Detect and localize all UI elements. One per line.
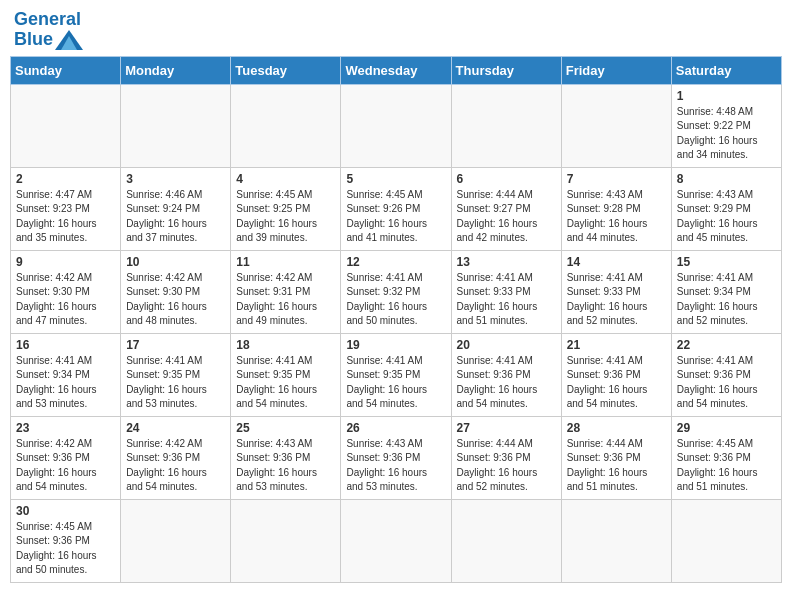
day-info: Sunrise: 4:44 AM Sunset: 9:36 PM Dayligh… <box>567 437 666 495</box>
day-number: 1 <box>677 89 776 103</box>
calendar-day-cell: 14Sunrise: 4:41 AM Sunset: 9:33 PM Dayli… <box>561 250 671 333</box>
day-number: 8 <box>677 172 776 186</box>
calendar-day-cell <box>341 499 451 582</box>
day-info: Sunrise: 4:41 AM Sunset: 9:36 PM Dayligh… <box>567 354 666 412</box>
day-info: Sunrise: 4:45 AM Sunset: 9:26 PM Dayligh… <box>346 188 445 246</box>
calendar-day-cell <box>121 499 231 582</box>
calendar-day-cell: 3Sunrise: 4:46 AM Sunset: 9:24 PM Daylig… <box>121 167 231 250</box>
calendar-day-cell: 16Sunrise: 4:41 AM Sunset: 9:34 PM Dayli… <box>11 333 121 416</box>
day-info: Sunrise: 4:43 AM Sunset: 9:29 PM Dayligh… <box>677 188 776 246</box>
calendar-day-cell: 23Sunrise: 4:42 AM Sunset: 9:36 PM Dayli… <box>11 416 121 499</box>
calendar-day-cell <box>231 84 341 167</box>
day-info: Sunrise: 4:43 AM Sunset: 9:28 PM Dayligh… <box>567 188 666 246</box>
calendar-day-cell <box>561 499 671 582</box>
day-number: 15 <box>677 255 776 269</box>
day-number: 22 <box>677 338 776 352</box>
calendar-day-cell: 21Sunrise: 4:41 AM Sunset: 9:36 PM Dayli… <box>561 333 671 416</box>
day-info: Sunrise: 4:41 AM Sunset: 9:35 PM Dayligh… <box>346 354 445 412</box>
day-number: 12 <box>346 255 445 269</box>
day-info: Sunrise: 4:41 AM Sunset: 9:34 PM Dayligh… <box>677 271 776 329</box>
calendar-header-row: SundayMondayTuesdayWednesdayThursdayFrid… <box>11 56 782 84</box>
day-info: Sunrise: 4:47 AM Sunset: 9:23 PM Dayligh… <box>16 188 115 246</box>
calendar-day-cell: 25Sunrise: 4:43 AM Sunset: 9:36 PM Dayli… <box>231 416 341 499</box>
calendar-day-cell: 15Sunrise: 4:41 AM Sunset: 9:34 PM Dayli… <box>671 250 781 333</box>
day-number: 23 <box>16 421 115 435</box>
day-info: Sunrise: 4:41 AM Sunset: 9:36 PM Dayligh… <box>677 354 776 412</box>
day-number: 6 <box>457 172 556 186</box>
day-number: 25 <box>236 421 335 435</box>
calendar-day-cell: 30Sunrise: 4:45 AM Sunset: 9:36 PM Dayli… <box>11 499 121 582</box>
day-info: Sunrise: 4:42 AM Sunset: 9:36 PM Dayligh… <box>126 437 225 495</box>
calendar-day-cell: 18Sunrise: 4:41 AM Sunset: 9:35 PM Dayli… <box>231 333 341 416</box>
day-number: 24 <box>126 421 225 435</box>
weekday-header: Friday <box>561 56 671 84</box>
day-info: Sunrise: 4:43 AM Sunset: 9:36 PM Dayligh… <box>236 437 335 495</box>
day-number: 21 <box>567 338 666 352</box>
day-info: Sunrise: 4:42 AM Sunset: 9:36 PM Dayligh… <box>16 437 115 495</box>
calendar-week-row: 1Sunrise: 4:48 AM Sunset: 9:22 PM Daylig… <box>11 84 782 167</box>
calendar-day-cell <box>121 84 231 167</box>
logo-text: General <box>14 10 83 30</box>
calendar-week-row: 23Sunrise: 4:42 AM Sunset: 9:36 PM Dayli… <box>11 416 782 499</box>
day-number: 10 <box>126 255 225 269</box>
day-info: Sunrise: 4:41 AM Sunset: 9:33 PM Dayligh… <box>567 271 666 329</box>
logo-general: General <box>14 9 81 29</box>
calendar-day-cell <box>451 84 561 167</box>
day-info: Sunrise: 4:42 AM Sunset: 9:30 PM Dayligh… <box>16 271 115 329</box>
day-number: 4 <box>236 172 335 186</box>
calendar-day-cell: 11Sunrise: 4:42 AM Sunset: 9:31 PM Dayli… <box>231 250 341 333</box>
day-number: 2 <box>16 172 115 186</box>
day-info: Sunrise: 4:46 AM Sunset: 9:24 PM Dayligh… <box>126 188 225 246</box>
day-number: 18 <box>236 338 335 352</box>
day-number: 19 <box>346 338 445 352</box>
day-info: Sunrise: 4:41 AM Sunset: 9:36 PM Dayligh… <box>457 354 556 412</box>
day-number: 5 <box>346 172 445 186</box>
day-number: 16 <box>16 338 115 352</box>
day-number: 20 <box>457 338 556 352</box>
calendar-day-cell: 20Sunrise: 4:41 AM Sunset: 9:36 PM Dayli… <box>451 333 561 416</box>
calendar-day-cell: 1Sunrise: 4:48 AM Sunset: 9:22 PM Daylig… <box>671 84 781 167</box>
day-info: Sunrise: 4:43 AM Sunset: 9:36 PM Dayligh… <box>346 437 445 495</box>
calendar-day-cell <box>231 499 341 582</box>
calendar-day-cell: 7Sunrise: 4:43 AM Sunset: 9:28 PM Daylig… <box>561 167 671 250</box>
calendar-day-cell: 13Sunrise: 4:41 AM Sunset: 9:33 PM Dayli… <box>451 250 561 333</box>
day-number: 28 <box>567 421 666 435</box>
day-number: 26 <box>346 421 445 435</box>
day-number: 14 <box>567 255 666 269</box>
calendar-day-cell: 24Sunrise: 4:42 AM Sunset: 9:36 PM Dayli… <box>121 416 231 499</box>
calendar-week-row: 2Sunrise: 4:47 AM Sunset: 9:23 PM Daylig… <box>11 167 782 250</box>
day-info: Sunrise: 4:41 AM Sunset: 9:34 PM Dayligh… <box>16 354 115 412</box>
calendar-day-cell: 27Sunrise: 4:44 AM Sunset: 9:36 PM Dayli… <box>451 416 561 499</box>
day-number: 27 <box>457 421 556 435</box>
calendar-day-cell: 29Sunrise: 4:45 AM Sunset: 9:36 PM Dayli… <box>671 416 781 499</box>
calendar-day-cell: 17Sunrise: 4:41 AM Sunset: 9:35 PM Dayli… <box>121 333 231 416</box>
day-info: Sunrise: 4:42 AM Sunset: 9:30 PM Dayligh… <box>126 271 225 329</box>
weekday-header: Monday <box>121 56 231 84</box>
calendar-day-cell <box>671 499 781 582</box>
day-info: Sunrise: 4:48 AM Sunset: 9:22 PM Dayligh… <box>677 105 776 163</box>
day-number: 9 <box>16 255 115 269</box>
day-number: 11 <box>236 255 335 269</box>
day-info: Sunrise: 4:42 AM Sunset: 9:31 PM Dayligh… <box>236 271 335 329</box>
calendar-day-cell: 9Sunrise: 4:42 AM Sunset: 9:30 PM Daylig… <box>11 250 121 333</box>
day-info: Sunrise: 4:41 AM Sunset: 9:33 PM Dayligh… <box>457 271 556 329</box>
calendar-week-row: 30Sunrise: 4:45 AM Sunset: 9:36 PM Dayli… <box>11 499 782 582</box>
weekday-header: Tuesday <box>231 56 341 84</box>
calendar-day-cell: 8Sunrise: 4:43 AM Sunset: 9:29 PM Daylig… <box>671 167 781 250</box>
calendar-week-row: 16Sunrise: 4:41 AM Sunset: 9:34 PM Dayli… <box>11 333 782 416</box>
day-number: 17 <box>126 338 225 352</box>
calendar-day-cell: 19Sunrise: 4:41 AM Sunset: 9:35 PM Dayli… <box>341 333 451 416</box>
day-info: Sunrise: 4:41 AM Sunset: 9:35 PM Dayligh… <box>236 354 335 412</box>
day-number: 13 <box>457 255 556 269</box>
calendar-day-cell <box>11 84 121 167</box>
weekday-header: Wednesday <box>341 56 451 84</box>
calendar-day-cell: 28Sunrise: 4:44 AM Sunset: 9:36 PM Dayli… <box>561 416 671 499</box>
calendar-week-row: 9Sunrise: 4:42 AM Sunset: 9:30 PM Daylig… <box>11 250 782 333</box>
calendar-day-cell: 5Sunrise: 4:45 AM Sunset: 9:26 PM Daylig… <box>341 167 451 250</box>
calendar-day-cell <box>341 84 451 167</box>
logo: General Blue <box>14 10 83 50</box>
calendar-day-cell: 10Sunrise: 4:42 AM Sunset: 9:30 PM Dayli… <box>121 250 231 333</box>
day-info: Sunrise: 4:44 AM Sunset: 9:27 PM Dayligh… <box>457 188 556 246</box>
calendar-day-cell: 2Sunrise: 4:47 AM Sunset: 9:23 PM Daylig… <box>11 167 121 250</box>
day-number: 7 <box>567 172 666 186</box>
